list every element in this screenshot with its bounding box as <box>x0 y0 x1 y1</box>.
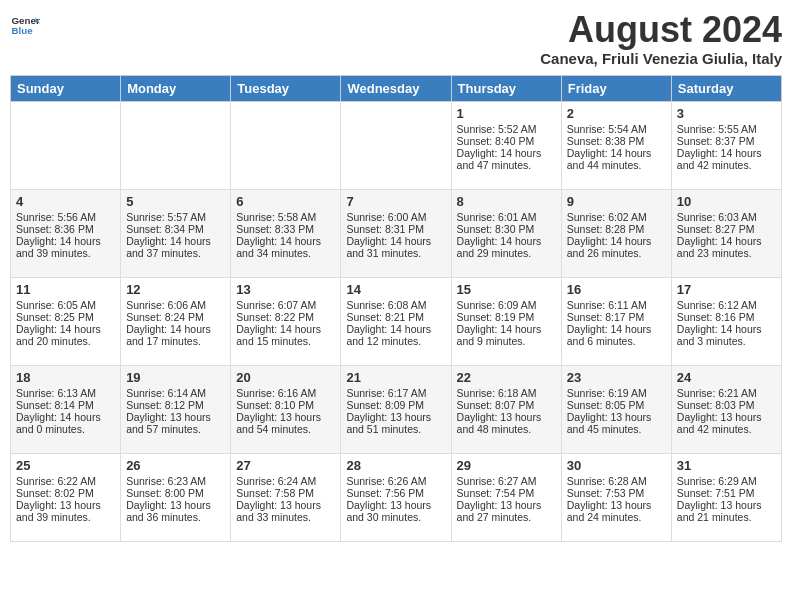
cell-content-line: Daylight: 13 hours and 36 minutes. <box>126 499 225 523</box>
cell-content-line: Sunset: 8:21 PM <box>346 311 445 323</box>
day-of-week-header: Monday <box>121 75 231 101</box>
cell-content-line: Sunrise: 6:29 AM <box>677 475 776 487</box>
logo: General Blue <box>10 10 40 40</box>
cell-content-line: Daylight: 13 hours and 30 minutes. <box>346 499 445 523</box>
cell-content-line: Sunset: 7:51 PM <box>677 487 776 499</box>
cell-content-line: Daylight: 14 hours and 34 minutes. <box>236 235 335 259</box>
cell-content-line: Sunrise: 6:05 AM <box>16 299 115 311</box>
cell-content-line: Daylight: 14 hours and 23 minutes. <box>677 235 776 259</box>
cell-content-line: Sunset: 8:25 PM <box>16 311 115 323</box>
cell-content-line: Daylight: 14 hours and 6 minutes. <box>567 323 666 347</box>
cell-content-line: Sunrise: 6:09 AM <box>457 299 556 311</box>
cell-content-line: Daylight: 13 hours and 57 minutes. <box>126 411 225 435</box>
cell-content-line: Sunset: 8:03 PM <box>677 399 776 411</box>
day-number: 9 <box>567 194 666 209</box>
calendar-cell: 14Sunrise: 6:08 AMSunset: 8:21 PMDayligh… <box>341 277 451 365</box>
calendar-cell: 19Sunrise: 6:14 AMSunset: 8:12 PMDayligh… <box>121 365 231 453</box>
cell-content-line: Sunset: 8:34 PM <box>126 223 225 235</box>
day-number: 16 <box>567 282 666 297</box>
calendar-cell: 12Sunrise: 6:06 AMSunset: 8:24 PMDayligh… <box>121 277 231 365</box>
calendar-week-row: 11Sunrise: 6:05 AMSunset: 8:25 PMDayligh… <box>11 277 782 365</box>
cell-content-line: Sunrise: 6:23 AM <box>126 475 225 487</box>
day-number: 13 <box>236 282 335 297</box>
cell-content-line: Daylight: 14 hours and 39 minutes. <box>16 235 115 259</box>
cell-content-line: Sunrise: 6:13 AM <box>16 387 115 399</box>
calendar-cell: 25Sunrise: 6:22 AMSunset: 8:02 PMDayligh… <box>11 453 121 541</box>
title-block: August 2024 Caneva, Friuli Venezia Giuli… <box>540 10 782 67</box>
calendar-header-row: SundayMondayTuesdayWednesdayThursdayFrid… <box>11 75 782 101</box>
calendar-cell: 30Sunrise: 6:28 AMSunset: 7:53 PMDayligh… <box>561 453 671 541</box>
calendar-cell <box>341 101 451 189</box>
cell-content-line: Daylight: 13 hours and 42 minutes. <box>677 411 776 435</box>
cell-content-line: Sunrise: 5:55 AM <box>677 123 776 135</box>
cell-content-line: Daylight: 13 hours and 54 minutes. <box>236 411 335 435</box>
cell-content-line: Sunrise: 6:07 AM <box>236 299 335 311</box>
cell-content-line: Daylight: 14 hours and 44 minutes. <box>567 147 666 171</box>
day-number: 7 <box>346 194 445 209</box>
cell-content-line: Sunrise: 5:56 AM <box>16 211 115 223</box>
cell-content-line: Sunrise: 6:26 AM <box>346 475 445 487</box>
cell-content-line: Sunrise: 6:06 AM <box>126 299 225 311</box>
cell-content-line: Daylight: 13 hours and 21 minutes. <box>677 499 776 523</box>
calendar-cell: 17Sunrise: 6:12 AMSunset: 8:16 PMDayligh… <box>671 277 781 365</box>
calendar-cell: 11Sunrise: 6:05 AMSunset: 8:25 PMDayligh… <box>11 277 121 365</box>
cell-content-line: Sunset: 8:40 PM <box>457 135 556 147</box>
day-of-week-header: Saturday <box>671 75 781 101</box>
cell-content-line: Sunset: 7:54 PM <box>457 487 556 499</box>
calendar-cell: 8Sunrise: 6:01 AMSunset: 8:30 PMDaylight… <box>451 189 561 277</box>
cell-content-line: Sunrise: 6:02 AM <box>567 211 666 223</box>
cell-content-line: Sunrise: 6:16 AM <box>236 387 335 399</box>
location-subtitle: Caneva, Friuli Venezia Giulia, Italy <box>540 50 782 67</box>
day-number: 22 <box>457 370 556 385</box>
calendar-week-row: 18Sunrise: 6:13 AMSunset: 8:14 PMDayligh… <box>11 365 782 453</box>
cell-content-line: Sunrise: 5:58 AM <box>236 211 335 223</box>
calendar-cell: 7Sunrise: 6:00 AMSunset: 8:31 PMDaylight… <box>341 189 451 277</box>
calendar-cell: 16Sunrise: 6:11 AMSunset: 8:17 PMDayligh… <box>561 277 671 365</box>
calendar-cell <box>231 101 341 189</box>
day-number: 26 <box>126 458 225 473</box>
cell-content-line: Daylight: 13 hours and 33 minutes. <box>236 499 335 523</box>
day-number: 10 <box>677 194 776 209</box>
calendar-week-row: 1Sunrise: 5:52 AMSunset: 8:40 PMDaylight… <box>11 101 782 189</box>
cell-content-line: Sunset: 8:09 PM <box>346 399 445 411</box>
calendar-cell: 15Sunrise: 6:09 AMSunset: 8:19 PMDayligh… <box>451 277 561 365</box>
cell-content-line: Sunrise: 6:19 AM <box>567 387 666 399</box>
cell-content-line: Sunset: 8:33 PM <box>236 223 335 235</box>
cell-content-line: Daylight: 14 hours and 31 minutes. <box>346 235 445 259</box>
calendar-cell: 13Sunrise: 6:07 AMSunset: 8:22 PMDayligh… <box>231 277 341 365</box>
cell-content-line: Sunrise: 6:24 AM <box>236 475 335 487</box>
cell-content-line: Daylight: 14 hours and 42 minutes. <box>677 147 776 171</box>
cell-content-line: Daylight: 14 hours and 17 minutes. <box>126 323 225 347</box>
cell-content-line: Sunrise: 6:18 AM <box>457 387 556 399</box>
cell-content-line: Sunrise: 6:00 AM <box>346 211 445 223</box>
day-number: 27 <box>236 458 335 473</box>
calendar-cell: 29Sunrise: 6:27 AMSunset: 7:54 PMDayligh… <box>451 453 561 541</box>
calendar-cell: 26Sunrise: 6:23 AMSunset: 8:00 PMDayligh… <box>121 453 231 541</box>
cell-content-line: Daylight: 14 hours and 47 minutes. <box>457 147 556 171</box>
cell-content-line: Sunset: 8:27 PM <box>677 223 776 235</box>
cell-content-line: Sunset: 7:53 PM <box>567 487 666 499</box>
cell-content-line: Sunset: 8:30 PM <box>457 223 556 235</box>
day-number: 24 <box>677 370 776 385</box>
cell-content-line: Sunrise: 6:14 AM <box>126 387 225 399</box>
day-number: 23 <box>567 370 666 385</box>
calendar-cell: 21Sunrise: 6:17 AMSunset: 8:09 PMDayligh… <box>341 365 451 453</box>
day-number: 15 <box>457 282 556 297</box>
day-number: 6 <box>236 194 335 209</box>
calendar-cell: 28Sunrise: 6:26 AMSunset: 7:56 PMDayligh… <box>341 453 451 541</box>
cell-content-line: Sunset: 8:07 PM <box>457 399 556 411</box>
cell-content-line: Daylight: 14 hours and 9 minutes. <box>457 323 556 347</box>
day-of-week-header: Thursday <box>451 75 561 101</box>
cell-content-line: Sunrise: 6:17 AM <box>346 387 445 399</box>
cell-content-line: Sunset: 8:02 PM <box>16 487 115 499</box>
cell-content-line: Sunset: 7:56 PM <box>346 487 445 499</box>
cell-content-line: Sunset: 8:37 PM <box>677 135 776 147</box>
svg-text:Blue: Blue <box>12 25 34 36</box>
calendar-body: 1Sunrise: 5:52 AMSunset: 8:40 PMDaylight… <box>11 101 782 541</box>
cell-content-line: Sunset: 8:24 PM <box>126 311 225 323</box>
cell-content-line: Daylight: 14 hours and 0 minutes. <box>16 411 115 435</box>
cell-content-line: Daylight: 13 hours and 48 minutes. <box>457 411 556 435</box>
calendar-cell: 18Sunrise: 6:13 AMSunset: 8:14 PMDayligh… <box>11 365 121 453</box>
cell-content-line: Sunset: 8:19 PM <box>457 311 556 323</box>
cell-content-line: Sunset: 8:00 PM <box>126 487 225 499</box>
